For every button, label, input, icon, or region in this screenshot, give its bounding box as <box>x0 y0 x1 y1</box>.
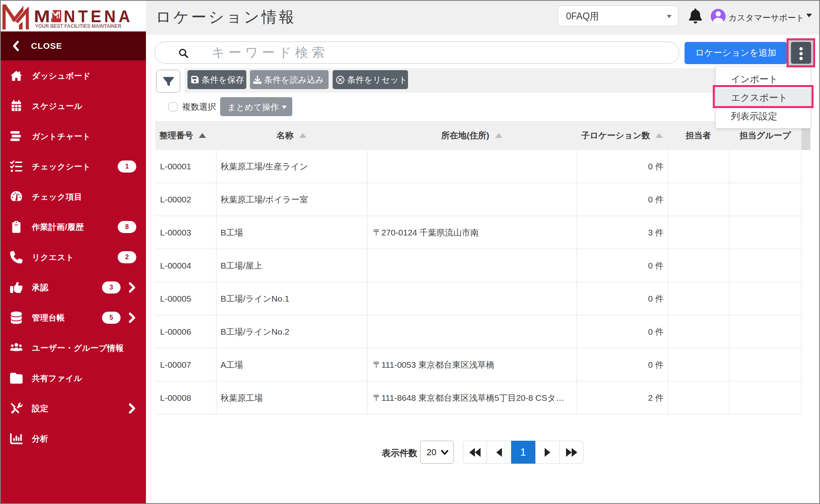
svg-text:YOUR BEST FACILITIES MAINTAINE: YOUR BEST FACILITIES MAINTAINER <box>35 23 121 29</box>
